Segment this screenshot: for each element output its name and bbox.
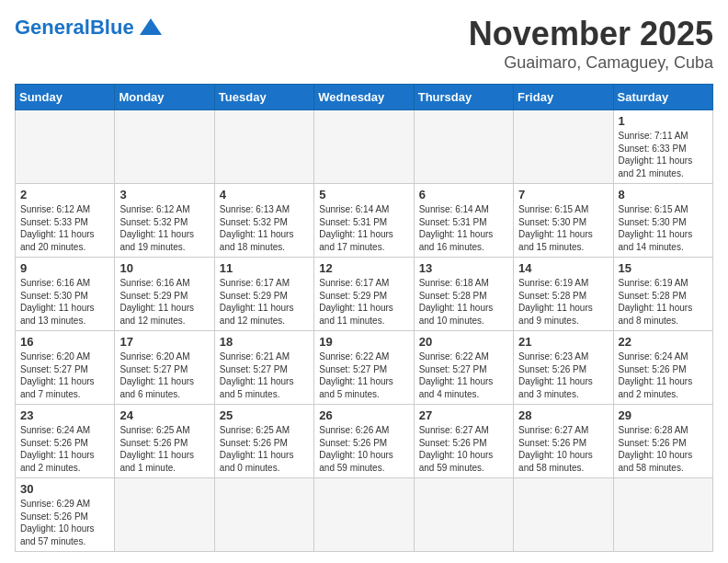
calendar-cell: 11Sunrise: 6:17 AM Sunset: 5:29 PM Dayli… [214,258,313,331]
day-info: Sunrise: 6:27 AM Sunset: 5:26 PM Dayligh… [419,424,508,474]
calendar-cell: 7Sunrise: 6:15 AM Sunset: 5:30 PM Daylig… [514,184,613,258]
calendar-cell: 5Sunrise: 6:14 AM Sunset: 5:31 PM Daylig… [314,184,414,258]
day-info: Sunrise: 6:29 AM Sunset: 5:26 PM Dayligh… [20,498,109,547]
calendar-cell: 3Sunrise: 6:12 AM Sunset: 5:32 PM Daylig… [115,184,214,258]
day-info: Sunrise: 6:14 AM Sunset: 5:31 PM Dayligh… [419,203,508,253]
calendar-cell [514,478,613,552]
day-info: Sunrise: 6:23 AM Sunset: 5:26 PM Dayligh… [518,350,608,400]
day-number: 9 [20,261,109,275]
calendar-cell: 2Sunrise: 6:12 AM Sunset: 5:33 PM Daylig… [16,184,115,258]
day-number: 8 [619,188,708,201]
day-number: 20 [419,335,508,349]
day-number: 30 [20,482,109,496]
calendar-cell: 21Sunrise: 6:23 AM Sunset: 5:26 PM Dayli… [514,331,613,405]
day-info: Sunrise: 6:19 AM Sunset: 5:28 PM Dayligh… [518,277,608,327]
calendar-header-tuesday: Tuesday [214,85,313,110]
calendar-header-saturday: Saturday [613,85,712,110]
day-info: Sunrise: 6:20 AM Sunset: 5:27 PM Dayligh… [20,350,109,400]
calendar-cell: 4Sunrise: 6:13 AM Sunset: 5:32 PM Daylig… [214,184,313,258]
calendar-week-row: 9Sunrise: 6:16 AM Sunset: 5:30 PM Daylig… [16,258,713,331]
day-number: 14 [518,261,608,275]
day-number: 6 [419,188,508,201]
calendar-week-row: 2Sunrise: 6:12 AM Sunset: 5:33 PM Daylig… [16,184,713,258]
calendar-week-row: 23Sunrise: 6:24 AM Sunset: 5:26 PM Dayli… [16,405,713,478]
calendar-cell: 9Sunrise: 6:16 AM Sunset: 5:30 PM Daylig… [16,258,115,331]
calendar-cell: 14Sunrise: 6:19 AM Sunset: 5:28 PM Dayli… [514,258,613,331]
day-number: 4 [220,188,309,201]
calendar-cell: 26Sunrise: 6:26 AM Sunset: 5:26 PM Dayli… [314,405,414,478]
calendar-header-monday: Monday [115,85,214,110]
day-number: 26 [319,408,408,422]
svg-marker-0 [140,18,162,35]
calendar-cell: 23Sunrise: 6:24 AM Sunset: 5:26 PM Dayli… [16,405,115,478]
calendar-cell: 29Sunrise: 6:28 AM Sunset: 5:26 PM Dayli… [613,405,712,478]
day-info: Sunrise: 6:14 AM Sunset: 5:31 PM Dayligh… [319,203,408,253]
day-number: 13 [419,261,508,275]
calendar-cell [514,110,613,184]
calendar-cell: 27Sunrise: 6:27 AM Sunset: 5:26 PM Dayli… [414,405,513,478]
day-info: Sunrise: 6:15 AM Sunset: 5:30 PM Dayligh… [518,203,608,253]
logo-general: General [15,16,90,39]
calendar-header-friday: Friday [514,85,613,110]
day-info: Sunrise: 6:22 AM Sunset: 5:27 PM Dayligh… [419,350,508,400]
calendar-cell: 15Sunrise: 6:19 AM Sunset: 5:28 PM Dayli… [613,258,712,331]
day-info: Sunrise: 6:12 AM Sunset: 5:33 PM Dayligh… [20,203,109,253]
calendar-cell: 30Sunrise: 6:29 AM Sunset: 5:26 PM Dayli… [16,478,115,552]
calendar-header-row: SundayMondayTuesdayWednesdayThursdayFrid… [16,85,713,110]
day-number: 1 [619,114,708,128]
day-info: Sunrise: 6:27 AM Sunset: 5:26 PM Dayligh… [518,424,608,474]
calendar-cell [414,110,513,184]
day-number: 2 [20,188,109,201]
day-info: Sunrise: 6:24 AM Sunset: 5:26 PM Dayligh… [619,350,708,400]
page-header: GeneralBlue November 2025 Guaimaro, Cama… [15,15,713,73]
day-number: 25 [220,408,309,422]
day-info: Sunrise: 6:21 AM Sunset: 5:27 PM Dayligh… [220,350,309,400]
calendar-week-row: 16Sunrise: 6:20 AM Sunset: 5:27 PM Dayli… [16,331,713,405]
day-number: 22 [619,335,708,349]
day-info: Sunrise: 6:19 AM Sunset: 5:28 PM Dayligh… [619,277,708,327]
calendar-cell: 6Sunrise: 6:14 AM Sunset: 5:31 PM Daylig… [414,184,513,258]
day-info: Sunrise: 6:26 AM Sunset: 5:26 PM Dayligh… [319,424,408,474]
day-info: Sunrise: 6:12 AM Sunset: 5:32 PM Dayligh… [119,203,209,253]
calendar-cell [314,478,414,552]
day-number: 29 [619,408,708,422]
calendar-cell: 1Sunrise: 7:11 AM Sunset: 6:33 PM Daylig… [613,110,712,184]
calendar-table: SundayMondayTuesdayWednesdayThursdayFrid… [15,84,713,552]
day-info: Sunrise: 6:16 AM Sunset: 5:29 PM Dayligh… [119,277,209,327]
day-number: 18 [220,335,309,349]
day-info: Sunrise: 6:17 AM Sunset: 5:29 PM Dayligh… [220,277,309,327]
calendar-cell [314,110,414,184]
calendar-header-sunday: Sunday [16,85,115,110]
logo-text: GeneralBlue [15,17,134,38]
day-number: 11 [220,261,309,275]
day-info: Sunrise: 6:16 AM Sunset: 5:30 PM Dayligh… [20,277,109,327]
day-info: Sunrise: 6:17 AM Sunset: 5:29 PM Dayligh… [319,277,408,327]
calendar-cell [214,110,313,184]
day-info: Sunrise: 6:24 AM Sunset: 5:26 PM Dayligh… [20,424,109,474]
day-number: 24 [119,408,209,422]
logo-blue: Blue [90,16,134,39]
calendar-cell: 17Sunrise: 6:20 AM Sunset: 5:27 PM Dayli… [115,331,214,405]
day-info: Sunrise: 6:15 AM Sunset: 5:30 PM Dayligh… [619,203,708,253]
calendar-cell [16,110,115,184]
day-info: Sunrise: 6:20 AM Sunset: 5:27 PM Dayligh… [119,350,209,400]
day-info: Sunrise: 6:25 AM Sunset: 5:26 PM Dayligh… [220,424,309,474]
title-area: November 2025 Guaimaro, Camaguey, Cuba [469,15,713,73]
calendar-week-row: 1Sunrise: 7:11 AM Sunset: 6:33 PM Daylig… [16,110,713,184]
calendar-cell: 22Sunrise: 6:24 AM Sunset: 5:26 PM Dayli… [613,331,712,405]
calendar-cell: 25Sunrise: 6:25 AM Sunset: 5:26 PM Dayli… [214,405,313,478]
day-number: 10 [119,261,209,275]
day-info: Sunrise: 6:13 AM Sunset: 5:32 PM Dayligh… [220,203,309,253]
day-number: 5 [319,188,408,201]
day-number: 12 [319,261,408,275]
day-number: 3 [119,188,209,201]
day-number: 17 [119,335,209,349]
day-info: Sunrise: 6:22 AM Sunset: 5:27 PM Dayligh… [319,350,408,400]
calendar-cell: 12Sunrise: 6:17 AM Sunset: 5:29 PM Dayli… [314,258,414,331]
day-info: Sunrise: 7:11 AM Sunset: 6:33 PM Dayligh… [619,130,708,179]
day-number: 21 [518,335,608,349]
day-number: 27 [419,408,508,422]
calendar-cell [214,478,313,552]
calendar-cell [115,110,214,184]
day-number: 7 [518,188,608,201]
